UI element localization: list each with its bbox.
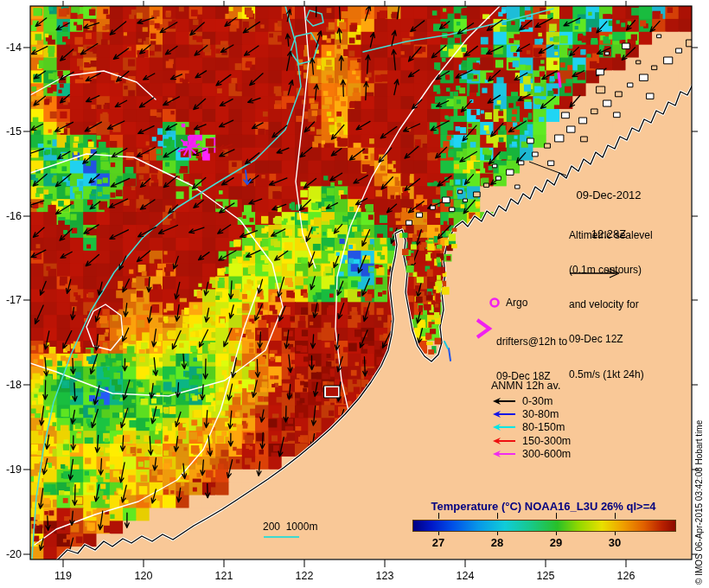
isobath-scale-label: 200 1000m [263, 521, 317, 533]
anmn-item: 150-300m [491, 434, 571, 447]
lat-tick-label: -20 [6, 548, 22, 560]
anmn-item-label: 300-600m [522, 448, 571, 460]
colorbar-tick-mark [556, 532, 557, 535]
colorbar-tick-mark [556, 513, 557, 519]
lon-tick-label: 125 [537, 570, 555, 582]
credit-text: © IMOS 06-Apr-2015 03:42:08 Hobart time [694, 315, 708, 585]
sst-map-figure: 119120121122123124125126-14-15-16-17-18-… [0, 0, 709, 588]
depth-arrow-icon [491, 423, 517, 431]
lat-tick-label: -16 [6, 210, 22, 222]
colorbar-gradient [412, 520, 676, 532]
anmn-legend: ANMN 12h av. 0-30m30-80m80-150m150-300m3… [491, 380, 571, 461]
sealevel-note-line: and velocity for [569, 299, 653, 310]
sealevel-note: Altimetric sealevel (0.1m contours) and … [569, 207, 653, 404]
lon-tick-label: 123 [376, 570, 394, 582]
lat-tick-label: -18 [6, 379, 22, 391]
depth-arrow-icon [491, 450, 517, 458]
anmn-item: 300-600m [491, 448, 571, 461]
anmn-item-label: 30-80m [522, 408, 559, 420]
lon-tick-label: 120 [135, 570, 153, 582]
depth-arrow-icon [491, 437, 517, 445]
lat-tick-label: -14 [6, 42, 22, 54]
colorbar-tick-mark [497, 513, 498, 519]
argo-label: Argo [506, 297, 527, 309]
colorbar-tick-mark [438, 513, 439, 519]
colorbar-tick-mark [497, 532, 498, 535]
lon-tick-label: 121 [215, 570, 233, 582]
lon-tick-label: 119 [54, 570, 72, 582]
lon-tick-label: 124 [457, 570, 475, 582]
depth-arrow-icon [491, 397, 517, 406]
lon-tick-label: 122 [296, 570, 314, 582]
colorbar-tick-mark [438, 532, 439, 535]
colorbar-tick-label: 30 [597, 536, 632, 549]
anmn-items: 0-30m30-80m80-150m150-300m300-600m [491, 394, 571, 461]
colorbar-title: Temperature (°C) NOAA16_L3U 26% ql>=4 [335, 500, 709, 513]
anmn-item: 0-30m [491, 394, 571, 407]
anmn-item-label: 150-300m [522, 435, 571, 447]
colorbar-tick-label: 29 [539, 536, 573, 549]
colorbar-tick-label: 28 [480, 536, 514, 549]
depth-arrow-icon [491, 410, 517, 419]
sealevel-note-line: 09-Dec 12Z [569, 334, 653, 345]
drifters-line1: drifters@12h to [496, 336, 567, 348]
anmn-item: 80-150m [491, 421, 571, 434]
colorbar-tick-label: 27 [421, 536, 456, 549]
lat-tick-label: -15 [6, 125, 22, 137]
sealevel-note-line: Altimetric sealevel [569, 230, 653, 241]
anmn-item-label: 0-30m [522, 395, 553, 407]
sealevel-note-line: 0.5m/s (1kt 24h) [569, 369, 653, 380]
anmn-item-label: 80-150m [522, 421, 565, 433]
lat-tick-label: -19 [6, 463, 22, 476]
anmn-item: 30-80m [491, 407, 571, 420]
sealevel-note-line: (0.1m contours) [569, 265, 653, 276]
date-line1: 09-Dec-2012 [558, 189, 660, 201]
isobath-scale-line [264, 536, 299, 538]
colorbar-tick-mark [615, 513, 616, 519]
anmn-title: ANMN 12h av. [491, 380, 571, 392]
colorbar-tick-mark [615, 532, 616, 535]
lon-tick-label: 126 [617, 570, 636, 582]
lat-tick-label: -17 [6, 294, 22, 306]
